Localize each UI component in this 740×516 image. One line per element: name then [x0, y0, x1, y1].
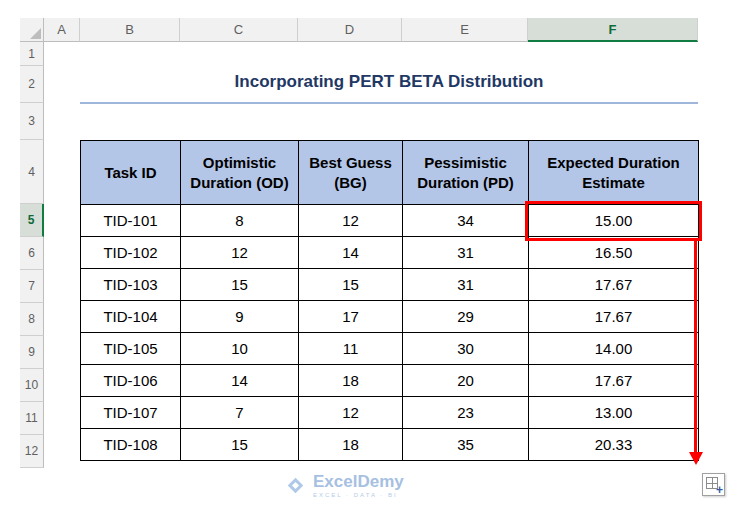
exceldemy-logo-icon	[288, 478, 304, 494]
table-row-tid-108: TID-108 15 18 35 20.33	[81, 429, 699, 461]
table-row-tid-105: TID-105 10 11 30 14.00	[81, 333, 699, 365]
cell-expected[interactable]: 13.00	[529, 397, 699, 429]
cell-bg[interactable]: 12	[299, 205, 403, 237]
cell-od[interactable]: 10	[181, 333, 299, 365]
cell-expected[interactable]: 17.67	[529, 365, 699, 397]
row-header-9[interactable]: 9	[20, 336, 44, 369]
cell-pd[interactable]: 23	[403, 397, 529, 429]
cell-pd[interactable]: 34	[403, 205, 529, 237]
row-header-11[interactable]: 11	[20, 402, 44, 435]
column-header-a[interactable]: A	[44, 18, 80, 42]
cell-pd[interactable]: 29	[403, 301, 529, 333]
table-row-tid-106: TID-106 14 18 20 17.67	[81, 365, 699, 397]
sheet-title[interactable]: Incorporating PERT BETA Distribution	[80, 72, 698, 92]
header-best-guess[interactable]: Best Guess (BG)	[299, 141, 403, 205]
table-row-tid-101: TID-101 8 12 34 15.00	[81, 205, 699, 237]
cell-od[interactable]: 15	[181, 429, 299, 461]
cell-pd[interactable]: 35	[403, 429, 529, 461]
cell-task-id[interactable]: TID-107	[81, 397, 181, 429]
red-arrow-line	[694, 241, 697, 452]
select-all-button[interactable]	[20, 18, 44, 42]
table-row-tid-102: TID-102 12 14 31 16.50	[81, 237, 699, 269]
table-row-tid-103: TID-103 15 15 31 17.67	[81, 269, 699, 301]
row-header-1[interactable]: 1	[20, 42, 44, 66]
cell-expected[interactable]: 14.00	[529, 333, 699, 365]
cell-task-id[interactable]: TID-108	[81, 429, 181, 461]
cell-task-id[interactable]: TID-102	[81, 237, 181, 269]
cell-expected[interactable]: 17.67	[529, 301, 699, 333]
column-header-d[interactable]: D	[298, 18, 402, 42]
cell-bg[interactable]: 18	[299, 365, 403, 397]
red-arrow-head-icon	[689, 452, 703, 465]
pert-table: Task ID Optimistic Duration (OD) Best Gu…	[80, 140, 699, 461]
select-all-triangle-icon	[30, 28, 41, 39]
cell-task-id[interactable]: TID-104	[81, 301, 181, 333]
exceldemy-watermark: ExcelDemy EXCEL · DATA · BI	[286, 473, 404, 498]
cell-pd[interactable]: 31	[403, 269, 529, 301]
cell-bg[interactable]: 15	[299, 269, 403, 301]
row-header-8[interactable]: 8	[20, 303, 44, 336]
cell-task-id[interactable]: TID-105	[81, 333, 181, 365]
cell-bg[interactable]: 14	[299, 237, 403, 269]
autofill-options-button[interactable]: +	[702, 473, 725, 496]
cell-task-id[interactable]: TID-103	[81, 269, 181, 301]
column-header-b[interactable]: B	[80, 18, 180, 42]
table-header-row: Task ID Optimistic Duration (OD) Best Gu…	[81, 141, 699, 205]
cell-expected[interactable]: 17.67	[529, 269, 699, 301]
row-header-7[interactable]: 7	[20, 270, 44, 303]
cell-bg[interactable]: 17	[299, 301, 403, 333]
cell-task-id[interactable]: TID-101	[81, 205, 181, 237]
watermark-text: ExcelDemy EXCEL · DATA · BI	[313, 473, 404, 498]
header-task-id[interactable]: Task ID	[81, 141, 181, 205]
column-header-f-selected[interactable]: F	[528, 18, 698, 42]
cell-pd[interactable]: 30	[403, 333, 529, 365]
excel-worksheet: A B C D E F 1 2 3 4 5 6 7 8 9 10 11 12 I…	[0, 0, 740, 516]
cell-expected-f5-selected[interactable]: 15.00	[529, 205, 699, 237]
cell-od[interactable]: 12	[181, 237, 299, 269]
autofill-plus-icon: +	[716, 484, 723, 496]
watermark-name: ExcelDemy	[313, 473, 404, 491]
cell-od[interactable]: 8	[181, 205, 299, 237]
table-row-tid-107: TID-107 7 12 23 13.00	[81, 397, 699, 429]
cell-task-id[interactable]: TID-106	[81, 365, 181, 397]
header-optimistic-duration[interactable]: Optimistic Duration (OD)	[181, 141, 299, 205]
row-header-5-selected[interactable]: 5	[20, 204, 44, 237]
cell-od[interactable]: 9	[181, 301, 299, 333]
row-header-4[interactable]: 4	[20, 140, 44, 204]
header-pessimistic-duration[interactable]: Pessimistic Duration (PD)	[403, 141, 529, 205]
cell-bg[interactable]: 12	[299, 397, 403, 429]
row-header-12[interactable]: 12	[20, 435, 44, 468]
column-header-e[interactable]: E	[402, 18, 528, 42]
row-header-6[interactable]: 6	[20, 237, 44, 270]
row-header-10[interactable]: 10	[20, 369, 44, 402]
cell-od[interactable]: 14	[181, 365, 299, 397]
watermark-tagline: EXCEL · DATA · BI	[313, 492, 404, 498]
table-row-tid-104: TID-104 9 17 29 17.67	[81, 301, 699, 333]
column-header-c[interactable]: C	[180, 18, 298, 42]
row-header-2[interactable]: 2	[20, 66, 44, 103]
cell-pd[interactable]: 20	[403, 365, 529, 397]
cell-pd[interactable]: 31	[403, 237, 529, 269]
cell-od[interactable]: 15	[181, 269, 299, 301]
cell-expected[interactable]: 16.50	[529, 237, 699, 269]
title-underline	[80, 102, 698, 104]
row-header-3[interactable]: 3	[20, 103, 44, 140]
header-expected-duration[interactable]: Expected Duration Estimate	[529, 141, 699, 205]
cell-bg[interactable]: 11	[299, 333, 403, 365]
cell-od[interactable]: 7	[181, 397, 299, 429]
cell-bg[interactable]: 18	[299, 429, 403, 461]
cell-expected[interactable]: 20.33	[529, 429, 699, 461]
